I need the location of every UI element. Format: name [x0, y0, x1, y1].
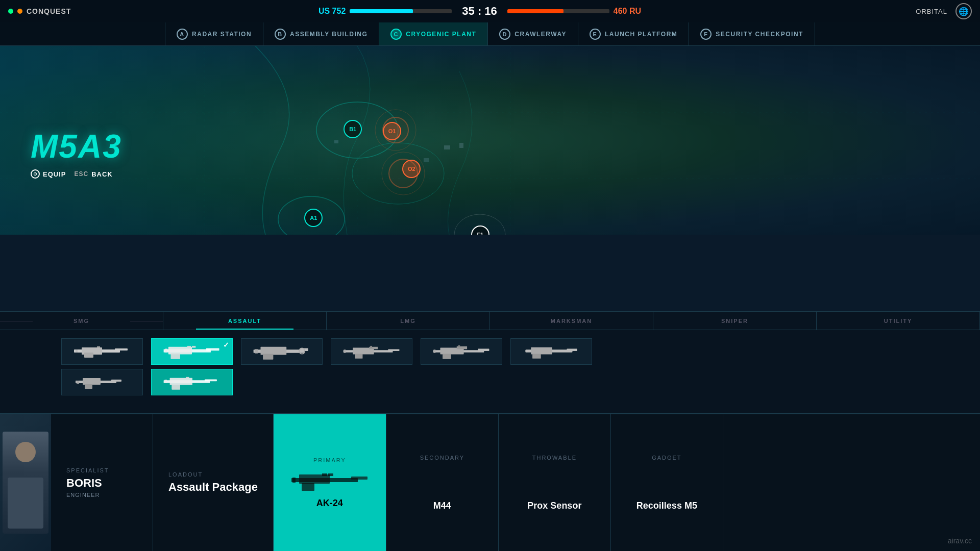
marker-circle-a1: A1	[304, 209, 323, 227]
equip-key-icon: ⊙	[31, 169, 40, 179]
match-timer: 35 : 16	[452, 5, 507, 18]
weapon-name-text: M5A3	[31, 128, 122, 165]
map-marker-f1[interactable]: F1	[471, 226, 489, 235]
nav-item-launch-platform[interactable]: E LAUNCH PLATFORM	[578, 22, 689, 45]
status-dot-green	[8, 9, 13, 14]
nav-badge-a: A	[177, 29, 188, 40]
tab-utility-label: UTILITY	[884, 318, 913, 324]
nav-item-assembly-building[interactable]: B ASSEMBLY BUILDING	[263, 22, 379, 45]
svg-rect-39	[187, 346, 191, 348]
us-bar-fill	[350, 9, 413, 13]
tab-marksman-label: MARKSMAN	[551, 318, 592, 324]
svg-rect-56	[388, 349, 399, 351]
weapon-selection-panel: SMG ASSAULT LMG MARKSMAN SNIPER UTILITY	[0, 311, 980, 413]
sniper1-icon	[431, 342, 492, 361]
nav-label-crawlerway: CRAWLERWAY	[514, 31, 567, 38]
svg-rect-55	[355, 354, 363, 359]
svg-rect-51	[255, 349, 258, 353]
nav-badge-c: C	[390, 29, 402, 40]
loadout-name: Assault Package	[168, 481, 258, 494]
weapon-card-assault2[interactable]	[151, 369, 233, 395]
nav-item-cryogenic-plant[interactable]: C CRYOGENIC PLANT	[379, 22, 488, 45]
map-zones-svg	[0, 46, 980, 235]
svg-rect-63	[478, 348, 489, 351]
svg-rect-62	[443, 354, 451, 359]
svg-rect-40	[192, 346, 195, 348]
gadget-label: Gadget	[652, 455, 681, 461]
tactical-map[interactable]: B1 O1 O2 A1 C1 F1 M5A3 ⊙ EQUIP ESC	[0, 46, 980, 235]
svg-rect-27	[76, 349, 78, 353]
throwable-label: Throwable	[532, 455, 577, 461]
svg-rect-48	[260, 347, 286, 355]
svg-rect-45	[164, 380, 167, 383]
marker-circle-f1: F1	[471, 226, 489, 235]
tab-assault[interactable]: ASSAULT	[163, 312, 327, 330]
svg-rect-30	[83, 378, 101, 385]
back-action[interactable]: ESC BACK	[74, 170, 112, 178]
world-map-icon[interactable]: 🌐	[955, 3, 972, 19]
specialist-label: Specialist	[66, 467, 137, 473]
tab-assault-label: ASSAULT	[228, 318, 261, 324]
tab-utility[interactable]: UTILITY	[817, 312, 980, 330]
weapon-actions: ⊙ EQUIP ESC BACK	[31, 169, 122, 179]
map-marker-a1[interactable]: A1	[304, 209, 323, 227]
marker-circle-b1: B1	[344, 120, 362, 138]
assault-category: ✓	[151, 338, 233, 395]
weapon-card-marksman1[interactable]	[331, 338, 412, 365]
weapon-name-display: M5A3 ⊙ EQUIP ESC BACK	[31, 128, 122, 179]
nav-item-security-checkpoint[interactable]: F SECURITY CHECKPOINT	[689, 22, 815, 45]
throwable-name: Prox Sensor	[527, 500, 581, 511]
equip-label: EQUIP	[43, 170, 66, 178]
svg-rect-57	[344, 349, 346, 353]
sniper-category	[421, 338, 502, 365]
loadout-label: Loadout	[168, 471, 258, 478]
nav-item-radar-station[interactable]: A RADAR STATION	[165, 22, 263, 45]
marker-circle-o2: O2	[402, 160, 421, 178]
gadget-section[interactable]: Gadget Recoilless M5	[611, 414, 723, 551]
weapon-card-smg2[interactable]	[61, 369, 143, 395]
primary-weapon-section[interactable]: Primary AK-24	[274, 414, 386, 551]
secondary-weapon-section[interactable]: SECONDARY M44	[386, 414, 499, 551]
throwable-section[interactable]: Throwable Prox Sensor	[499, 414, 611, 551]
svg-rect-36	[170, 354, 180, 359]
primary-weapon-icon	[289, 468, 371, 494]
score-display: US 752 35 : 16 460 RU	[82, 5, 878, 18]
weapon-card-utility1[interactable]	[510, 338, 592, 365]
ak24-icon	[289, 469, 371, 493]
nav-label-security-checkpoint: SECURITY CHECKPOINT	[716, 31, 803, 38]
top-bar: CONQUEST US 752 35 : 16 460 RU ORBITAL 🌐	[0, 0, 980, 22]
svg-rect-73	[302, 483, 314, 491]
marksman-category	[331, 338, 412, 365]
svg-rect-42	[170, 378, 192, 385]
game-mode-label: CONQUEST	[27, 7, 71, 15]
svg-rect-59	[370, 346, 372, 348]
top-left-status: CONQUEST	[0, 7, 82, 15]
svg-rect-31	[85, 384, 92, 389]
lmg1-icon	[251, 342, 312, 361]
weapon-card-sniper1[interactable]	[421, 338, 502, 365]
back-label: BACK	[91, 170, 113, 178]
svg-rect-74	[351, 477, 368, 480]
avatar-image	[3, 432, 48, 534]
svg-rect-32	[111, 380, 121, 382]
nav-item-crawlerway[interactable]: D CRAWLERWAY	[488, 22, 578, 45]
map-marker-o1[interactable]: O1	[383, 122, 401, 140]
lmg-category	[241, 338, 323, 365]
map-marker-o2[interactable]: O2	[402, 160, 421, 178]
loadout-info: Specialist BORIS ENGINEER Loadout Assaul…	[51, 414, 980, 551]
weapon-card-lmg1[interactable]	[241, 338, 323, 365]
svg-rect-43	[172, 385, 180, 390]
tab-sniper[interactable]: SNIPER	[653, 312, 817, 330]
svg-rect-49	[263, 354, 273, 360]
svg-rect-46	[186, 377, 189, 379]
tab-smg[interactable]: SMG	[0, 312, 163, 330]
ru-bar-fill	[507, 9, 564, 13]
map-marker-b1[interactable]: B1	[344, 120, 362, 138]
tab-lmg[interactable]: LMG	[327, 312, 490, 330]
weapon-card-smg1[interactable]	[61, 338, 143, 365]
equip-action[interactable]: ⊙ EQUIP	[31, 169, 66, 179]
svg-rect-69	[532, 354, 541, 359]
weapon-card-assault1[interactable]: ✓	[151, 338, 233, 365]
svg-rect-22	[459, 143, 463, 148]
tab-marksman[interactable]: MARKSMAN	[490, 312, 653, 330]
